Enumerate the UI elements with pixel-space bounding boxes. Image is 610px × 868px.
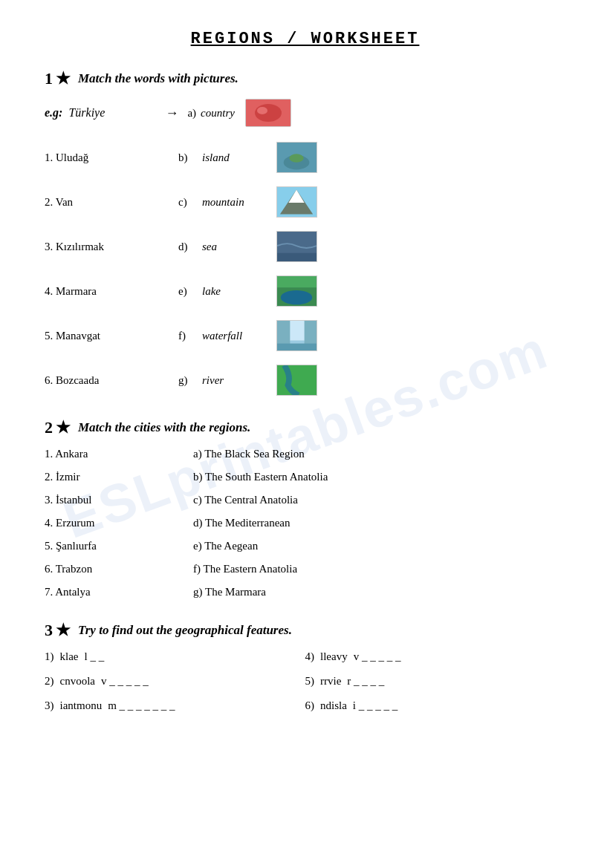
item-image xyxy=(276,275,317,307)
item-word: 1. Uludağ xyxy=(45,151,178,164)
country-svg xyxy=(246,99,291,126)
svg-rect-19 xyxy=(277,365,317,395)
section-3-header: 3 ★ Try to find out the geographical fea… xyxy=(45,621,565,640)
star-icon-2: ★ xyxy=(56,418,71,437)
item-term: island xyxy=(202,151,276,164)
item-term: waterfall xyxy=(202,330,276,342)
section-3: 3 ★ Try to find out the geographical fea… xyxy=(45,621,565,712)
star-icon-1: ★ xyxy=(56,69,71,88)
city-label: 6. Trabzon xyxy=(45,563,193,575)
region-label: g) The Marmara xyxy=(193,586,565,598)
list-item: 1. Uludağb)island xyxy=(45,142,565,173)
region-label: c) The Central Anatolia xyxy=(193,494,565,506)
section-2-header: 2 ★ Match the cities with the regions. xyxy=(45,418,565,437)
item-image xyxy=(276,186,317,218)
page-title: REGIONS / WORKSHEET xyxy=(45,30,565,48)
eg-word: Türkiye xyxy=(68,106,165,120)
eg-label: e.g: xyxy=(45,106,62,120)
anagram-right: 5)rrvier _ _ _ _ xyxy=(305,675,566,688)
region-label: d) The Mediterranean xyxy=(193,517,565,529)
svg-rect-10 xyxy=(277,253,317,262)
city-label: 5. Şanlıurfa xyxy=(45,540,193,552)
anagram-scrambled: ndisla xyxy=(320,699,347,712)
list-item: 5. Şanlıurfae) The Aegean xyxy=(45,540,565,552)
region-label: e) The Aegean xyxy=(193,540,565,552)
region-label: f) The Eastern Anatolia xyxy=(193,563,565,575)
city-label: 2. İzmir xyxy=(45,471,193,483)
item-term: mountain xyxy=(202,196,276,209)
anagram-num: 4) xyxy=(305,650,315,663)
anagram-scrambled: lleavy xyxy=(320,650,348,663)
list-item: 4. Marmarae)lake xyxy=(45,275,565,307)
anagram-scrambled: klae xyxy=(60,650,79,663)
anagram-scrambled: cnvoola xyxy=(60,675,95,688)
section-3-title: Try to find out the geographical feature… xyxy=(78,623,292,638)
item-term: sea xyxy=(202,241,276,253)
item-image xyxy=(276,320,317,351)
eg-arrow: → xyxy=(165,105,178,121)
anagram-blank: m _ _ _ _ _ _ _ xyxy=(108,699,175,712)
list-item: 4. Erzurumd) The Mediterranean xyxy=(45,517,565,529)
star-icon-3: ★ xyxy=(56,621,71,640)
item-word: 2. Van xyxy=(45,196,178,209)
item-word: 3. Kızılırmak xyxy=(45,241,178,253)
list-item: 1)klael _ _4)lleavyv _ _ _ _ _ xyxy=(45,650,565,663)
list-item: 6. Trabzonf) The Eastern Anatolia xyxy=(45,563,565,575)
item-letter: f) xyxy=(178,330,202,342)
section-3-number: 3 xyxy=(45,621,53,640)
city-label: 4. Erzurum xyxy=(45,517,193,529)
anagram-scrambled: rrvie xyxy=(320,675,341,688)
section-2-title: Match the cities with the regions. xyxy=(78,420,250,435)
svg-rect-15 xyxy=(290,321,304,341)
anagram-blank: v _ _ _ _ _ xyxy=(354,650,401,663)
svg-point-5 xyxy=(289,154,303,163)
section-2-rows: 1. Ankaraa) The Black Sea Region2. İzmir… xyxy=(45,448,565,598)
city-label: 1. Ankara xyxy=(45,448,193,460)
section-1: 1 ★ Match the words with pictures. e.g: … xyxy=(45,69,565,396)
list-item: 7. Antalyag) The Marmara xyxy=(45,586,565,598)
item-term: lake xyxy=(202,285,276,298)
anagram-num: 2) xyxy=(45,675,54,688)
region-label: a) The Black Sea Region xyxy=(193,448,565,460)
item-word: 4. Marmara xyxy=(45,285,178,298)
item-letter: e) xyxy=(178,285,202,298)
list-item: 3. Kızılırmakd)sea xyxy=(45,231,565,262)
anagram-num: 1) xyxy=(45,650,54,663)
item-letter: b) xyxy=(178,151,202,164)
section-2: 2 ★ Match the cities with the regions. 1… xyxy=(45,418,565,598)
item-letter: d) xyxy=(178,241,202,253)
anagram-blank: r _ _ _ _ xyxy=(347,675,384,688)
eg-image xyxy=(245,99,291,127)
svg-rect-17 xyxy=(277,344,317,351)
anagram-left: 2)cnvoolav _ _ _ _ _ xyxy=(45,675,305,688)
svg-point-2 xyxy=(257,107,267,114)
city-label: 3. İstanbul xyxy=(45,494,193,506)
anagram-right: 6)ndislai _ _ _ _ _ xyxy=(305,699,566,712)
anagram-scrambled: iantmonu xyxy=(60,699,103,712)
anagram-num: 3) xyxy=(45,699,54,712)
anagram-left: 3)iantmonum _ _ _ _ _ _ _ xyxy=(45,699,305,712)
list-item: 2. Vanc)mountain xyxy=(45,186,565,218)
list-item: 5. Manavgatf)waterfall xyxy=(45,320,565,351)
anagram-right: 4)lleavyv _ _ _ _ _ xyxy=(305,650,566,663)
item-image xyxy=(276,365,317,396)
city-label: 7. Antalya xyxy=(45,586,193,598)
item-image xyxy=(276,142,317,173)
anagram-num: 5) xyxy=(305,675,315,688)
anagram-blank: v _ _ _ _ _ xyxy=(101,675,149,688)
eg-letter: a) xyxy=(187,107,196,120)
anagram-num: 6) xyxy=(305,699,315,712)
section-1-number: 1 xyxy=(45,69,53,88)
list-item: 1. Ankaraa) The Black Sea Region xyxy=(45,448,565,460)
list-item: 2. İzmirb) The South Eastern Anatolia xyxy=(45,471,565,483)
example-row: e.g: Türkiye → a) country xyxy=(45,99,565,127)
item-letter: g) xyxy=(178,374,202,387)
anagram-blank: i _ _ _ _ _ xyxy=(353,699,398,712)
list-item: 2)cnvoolav _ _ _ _ _5)rrvier _ _ _ _ xyxy=(45,675,565,688)
anagram-left: 1)klael _ _ xyxy=(45,650,305,663)
eg-term: country xyxy=(201,107,235,120)
list-item: 3. İstanbulc) The Central Anatolia xyxy=(45,494,565,506)
section-1-items: 1. Uludağb)island 2. Vanc)mountain 3. Kı… xyxy=(45,142,565,396)
section-1-header: 1 ★ Match the words with pictures. xyxy=(45,69,565,88)
svg-point-12 xyxy=(281,290,312,304)
